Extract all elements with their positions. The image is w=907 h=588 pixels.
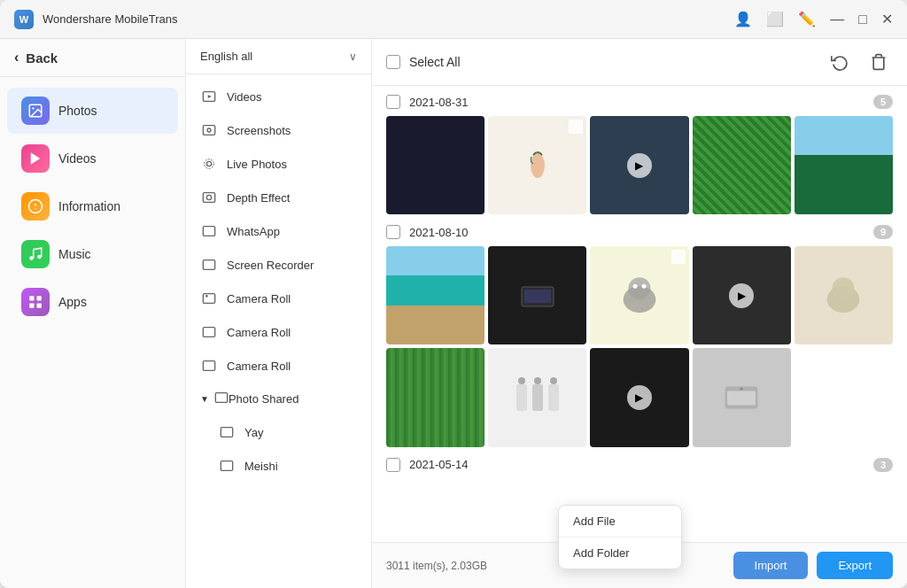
photo-thumb[interactable] <box>386 116 485 214</box>
middle-item-screenshots[interactable]: Screenshots <box>186 113 371 147</box>
svg-rect-20 <box>203 227 214 236</box>
middle-item-cameraroll2[interactable]: Camera Roll <box>186 315 371 349</box>
title-bar: W Wondershare MobileTrans 👤 ⬜ ✏️ — □ ✕ <box>0 0 907 39</box>
add-file-menu-item[interactable]: Add File <box>559 506 681 537</box>
minimize-icon[interactable]: — <box>830 12 844 27</box>
photo-thumb[interactable] <box>488 116 586 214</box>
svg-rect-10 <box>29 304 34 308</box>
svg-rect-21 <box>203 260 214 270</box>
middle-item-meishi[interactable]: Meishi <box>186 449 371 483</box>
middle-cameraroll3-icon <box>200 357 218 375</box>
date-header-1: 2021-08-31 5 <box>386 95 893 109</box>
middle-screenshots-icon <box>200 121 218 139</box>
undo-button[interactable] <box>826 48 854 76</box>
app-title: Wondershare MobileTrans <box>43 12 734 26</box>
import-button[interactable]: Import <box>733 552 809 579</box>
photo-thumb[interactable]: ▶ <box>590 116 688 214</box>
date-count-3: 3 <box>873 458 893 472</box>
sidebar-item-music[interactable]: Music <box>7 231 178 277</box>
photo-thumb[interactable] <box>795 116 893 214</box>
svg-rect-11 <box>37 304 42 308</box>
yay-label: Yay <box>244 426 263 439</box>
middle-livephotos-label: Live Photos <box>227 158 287 171</box>
play-button[interactable]: ▶ <box>729 283 754 308</box>
middle-cameraroll1-icon <box>200 290 218 307</box>
photo-grid-2: ▶ <box>386 246 893 446</box>
photo-shared-section[interactable]: ▼ Photo Shared <box>186 383 371 415</box>
middle-cameraroll2-icon <box>200 323 218 341</box>
svg-rect-25 <box>203 361 214 371</box>
sidebar-label-music: Music <box>58 247 91 261</box>
sidebar-item-photos[interactable]: Photos <box>7 88 178 134</box>
photo-thumb[interactable] <box>488 246 586 344</box>
photo-thumb[interactable] <box>488 348 586 446</box>
export-button[interactable]: Export <box>817 552 893 579</box>
window-icon[interactable]: ⬜ <box>766 11 784 27</box>
photo-thumb[interactable] <box>693 116 791 214</box>
svg-point-35 <box>641 283 646 288</box>
sidebar-item-apps[interactable]: Apps <box>7 279 178 325</box>
date-checkbox-2[interactable] <box>386 225 400 239</box>
sidebar-item-videos[interactable]: Videos <box>7 135 178 182</box>
photo-thumb[interactable]: ▶ <box>590 348 688 446</box>
language-dropdown[interactable]: English all ∨ <box>186 39 371 74</box>
sidebar-label-information: Information <box>58 199 120 213</box>
svg-point-1 <box>32 107 34 109</box>
middle-screenrecorder-icon <box>200 256 218 274</box>
photo-thumb[interactable] <box>386 246 485 344</box>
svg-marker-2 <box>31 152 41 165</box>
svg-point-5 <box>35 208 36 210</box>
dropdown-label: English all <box>200 50 252 63</box>
photo-grid-1: ▶ <box>386 116 893 214</box>
photo-thumb[interactable] <box>795 246 893 344</box>
close-icon[interactable]: ✕ <box>881 11 893 27</box>
middle-item-deptheffect[interactable]: Depth Effect <box>186 181 371 214</box>
middle-item-livephotos[interactable]: Live Photos <box>186 147 371 181</box>
date-count-1: 5 <box>873 95 893 109</box>
photo-thumb[interactable] <box>386 348 485 446</box>
svg-rect-27 <box>221 428 232 437</box>
middle-deptheffect-icon <box>200 189 218 206</box>
middle-panel: English all ∨ Videos Screenshots <box>186 39 372 588</box>
edit-icon[interactable]: ✏️ <box>798 11 816 27</box>
middle-cameraroll3-label: Camera Roll <box>227 360 291 373</box>
profile-icon[interactable]: 👤 <box>734 11 752 27</box>
thumb-checkbox[interactable] <box>569 120 583 134</box>
photo-thumb[interactable]: ▶ <box>693 246 791 344</box>
delete-button[interactable] <box>864 48 893 76</box>
date-section-3: 2021-05-14 3 <box>386 458 893 472</box>
photo-thumb[interactable] <box>590 246 688 344</box>
middle-livephotos-icon <box>200 155 218 173</box>
middle-item-screenrecorder[interactable]: Screen Recorder <box>186 248 371 282</box>
maximize-icon[interactable]: □ <box>858 12 867 27</box>
svg-point-23 <box>205 295 208 298</box>
svg-point-16 <box>206 161 211 166</box>
sidebar: ‹ Back Photos Videos <box>0 39 186 588</box>
svg-rect-39 <box>727 391 756 405</box>
play-button[interactable]: ▶ <box>627 385 652 410</box>
back-button[interactable]: ‹ Back <box>0 39 185 77</box>
add-folder-menu-item[interactable]: Add Folder <box>559 537 681 569</box>
middle-list: Videos Screenshots Live Photos <box>186 74 371 488</box>
photo-scroll[interactable]: 2021-08-31 5 ▶ <box>372 86 907 542</box>
thumb-checkbox[interactable] <box>671 250 686 264</box>
date-checkbox-1[interactable] <box>386 95 400 109</box>
middle-item-videos[interactable]: Videos <box>186 80 371 113</box>
date-checkbox-3[interactable] <box>386 458 400 472</box>
svg-point-17 <box>205 159 214 169</box>
select-all-label[interactable]: Select All <box>409 55 461 69</box>
date-label-2: 2021-08-10 <box>409 226 873 239</box>
select-all-checkbox[interactable] <box>386 55 400 69</box>
photo-thumb[interactable] <box>693 348 791 446</box>
middle-item-cameraroll3[interactable]: Camera Roll <box>186 349 371 383</box>
back-label: Back <box>26 50 58 66</box>
middle-item-whatsapp[interactable]: WhatsApp <box>186 214 371 248</box>
svg-rect-31 <box>524 290 551 303</box>
svg-point-29 <box>531 153 545 178</box>
middle-item-cameraroll1[interactable]: Camera Roll <box>186 282 371 315</box>
svg-rect-28 <box>221 461 232 471</box>
middle-item-yay[interactable]: Yay <box>186 415 371 449</box>
sidebar-item-information[interactable]: Information <box>7 183 178 229</box>
play-button[interactable]: ▶ <box>627 153 652 178</box>
select-all-row: Select All <box>386 55 461 69</box>
